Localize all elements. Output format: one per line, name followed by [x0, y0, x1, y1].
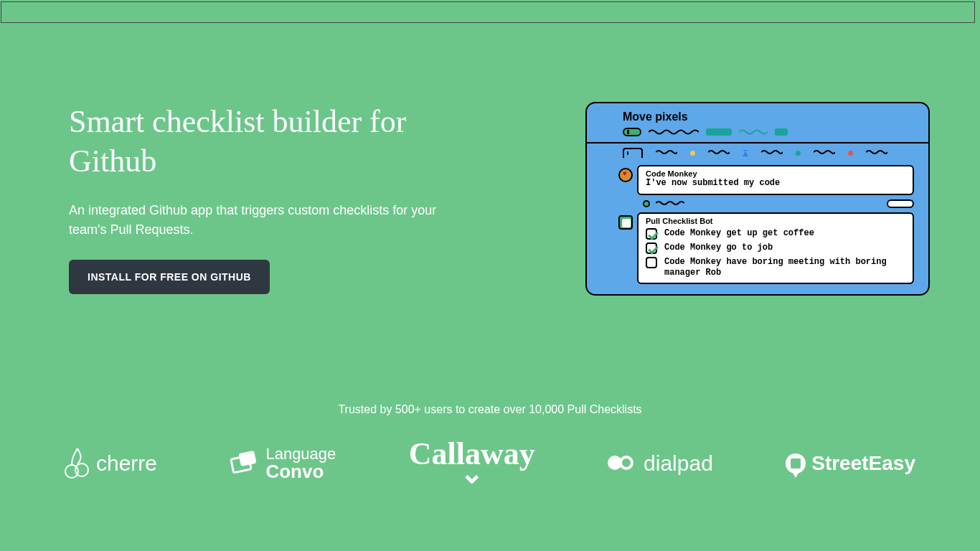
status-pill-icon	[623, 128, 641, 136]
comment-author: Code Monkey	[646, 169, 905, 178]
hero-copy: Smart checklist builder for Github An in…	[69, 102, 499, 296]
streeteasy-icon	[786, 453, 806, 474]
hero-section: Smart checklist builder for Github An in…	[0, 23, 980, 296]
illustration-status-row	[643, 199, 914, 208]
logo-dialpad-text: dialpad	[644, 451, 713, 476]
install-github-button[interactable]: INSTALL FOR FREE ON GITHUB	[69, 260, 270, 294]
hero-subtitle: An integrated Github app that triggers c…	[69, 201, 442, 240]
hero-title: Smart checklist builder for Github	[69, 102, 499, 181]
checklist-item: Code Monkey get up get coffee	[646, 228, 905, 240]
comment-body: I've now submitted my code	[646, 178, 905, 188]
trusted-by-text: Trusted by 500+ users to create over 10,…	[0, 403, 980, 416]
squiggle-icon	[866, 149, 887, 156]
customer-logos-row: cherre Language Convo Callaway ⌄ dialpad…	[0, 416, 980, 482]
squiggle-icon	[649, 128, 699, 136]
logo-cherre: cherre	[65, 447, 157, 480]
logo-streeteasy-text: StreetEasy	[811, 452, 915, 475]
dot-icon	[690, 151, 695, 156]
product-illustration: Move pixels Code Monkey	[585, 102, 930, 296]
illustration-meta-row	[587, 125, 928, 142]
squiggle-icon	[656, 149, 677, 156]
dot-icon	[796, 151, 801, 156]
pill-icon	[887, 199, 914, 208]
checkbox-icon	[646, 242, 657, 254]
tag-chip-icon	[775, 128, 788, 136]
logo-cherre-text: cherre	[96, 451, 157, 476]
checklist-text: Code Monkey have boring meeting with bor…	[664, 257, 905, 278]
cherre-icon	[65, 447, 90, 480]
dialpad-icon	[608, 456, 638, 471]
squiggle-icon	[656, 200, 684, 207]
speech-bubbles-icon	[230, 451, 260, 476]
bot-avatar-icon	[618, 215, 633, 230]
checkbox-icon	[646, 228, 657, 240]
checklist-text: Code Monkey get up get coffee	[664, 228, 814, 239]
squiggle-icon	[814, 149, 835, 156]
illustration-window-title: Move pixels	[587, 103, 928, 125]
squiggle-icon	[708, 149, 730, 156]
logo-language-convo: Language Convo	[230, 446, 336, 481]
status-dot-icon	[643, 200, 650, 207]
checkbox-icon	[646, 257, 657, 268]
logo-streeteasy: StreetEasy	[786, 452, 915, 475]
bot-author: Pull Checklist Bot	[646, 217, 905, 225]
checklist-item: Code Monkey go to job	[646, 242, 905, 254]
squiggle-icon	[761, 149, 783, 156]
logo-callaway: Callaway ⌄	[409, 445, 535, 482]
logo-language-line1: Language	[265, 446, 336, 462]
illustration-tab-row	[587, 142, 928, 161]
logo-language-line2: Convo	[265, 462, 336, 481]
tab-icon	[623, 148, 643, 158]
dot-icon	[848, 151, 853, 156]
tag-chip-icon	[706, 128, 732, 136]
checklist-text: Code Monkey go to job	[664, 242, 773, 253]
dot-icon	[743, 150, 748, 156]
avatar-icon	[618, 168, 633, 182]
squiggle-icon	[739, 128, 768, 136]
illustration-checklist: Pull Checklist Bot Code Monkey get up ge…	[637, 212, 914, 284]
top-border-bar	[1, 1, 975, 23]
illustration-comment: Code Monkey I've now submitted my code	[637, 165, 914, 195]
logo-dialpad: dialpad	[608, 451, 713, 476]
checklist-item: Code Monkey have boring meeting with bor…	[646, 257, 905, 278]
svg-point-1	[75, 463, 88, 476]
